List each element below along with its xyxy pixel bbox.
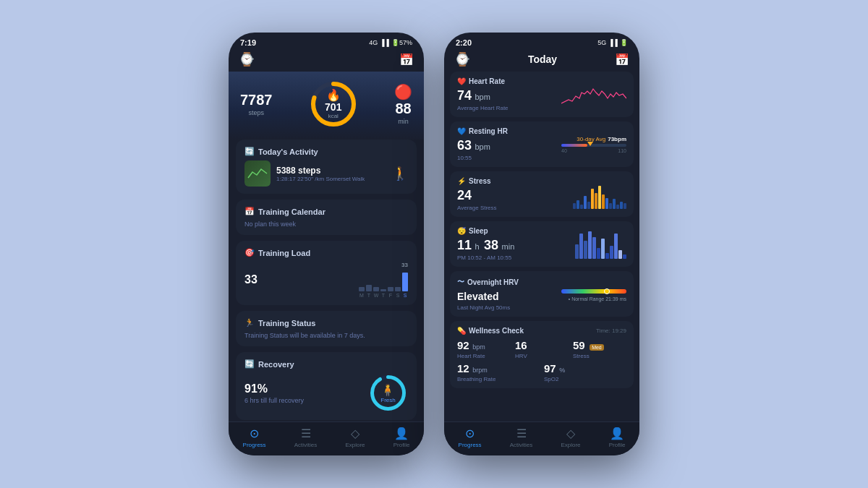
heart-rate-chart	[561, 78, 626, 111]
explore-icon-right: ◇	[566, 427, 575, 440]
sb14	[620, 202, 623, 209]
nav-activities-right[interactable]: ☰ Activities	[510, 427, 533, 448]
bar-7	[402, 273, 408, 291]
hrv-val-row: Elevated	[457, 290, 519, 303]
card-title-training-calendar: 📅 Training Calendar	[244, 207, 408, 216]
nav-progress-left[interactable]: ⊙ Progress	[243, 427, 266, 448]
progress-label-left: Progress	[243, 442, 266, 448]
steps-label: steps	[240, 109, 273, 116]
activity-title-text: Today's Activity	[258, 147, 318, 156]
card-heart-rate-right: ❤️ Heart Rate 74 bpm Average Heart Rate	[450, 72, 634, 117]
recovery-ring: 🧍 Fresh	[368, 373, 408, 413]
hrv-left: 〜 Overnight HRV Elevated Last Night Avg …	[457, 277, 519, 311]
label-s2: S	[402, 293, 408, 298]
resting-track	[561, 144, 626, 147]
right-cards-scroll[interactable]: ❤️ Heart Rate 74 bpm Average Heart Rate	[444, 72, 639, 421]
sb15	[624, 203, 626, 209]
stress-left: ⚡ Stress 24 Average Stress	[457, 177, 497, 211]
phones-container: 7:19 4G ▐▐ 🔋57% ⌚ 📅 7787 steps	[229, 33, 639, 455]
nav-profile-right[interactable]: 👤 Profile	[609, 427, 626, 448]
walk-icon: 🚶	[392, 166, 408, 181]
hrv-icon: 〜	[457, 277, 464, 287]
signal-icon-right: ▐▐	[608, 39, 618, 46]
resting-hr-title: 💙 Resting HR	[457, 127, 508, 135]
network-icon: 4G	[369, 39, 378, 46]
recovery-pct: 91%	[244, 382, 304, 395]
wellness-spo2-val-row: 97 %	[544, 362, 626, 375]
steps-value: 7787	[240, 92, 273, 108]
recovery-sub: 6 hrs till full recovery	[244, 397, 304, 404]
min-value: 🔴	[394, 83, 412, 100]
nav-profile-left[interactable]: 👤 Profile	[393, 427, 410, 448]
resting-max: 110	[618, 148, 626, 153]
recovery-icon: 🔄	[244, 359, 255, 369]
sb5	[587, 202, 590, 209]
sb11	[609, 203, 612, 209]
sb13	[616, 205, 619, 209]
wellness-br-val: 12	[457, 362, 469, 374]
sb10	[605, 198, 608, 209]
nav-explore-left[interactable]: ◇ Explore	[345, 427, 365, 448]
status-title-text: Training Status	[258, 319, 315, 328]
resting-avg-label: 30-day Avg 73bpm	[561, 136, 626, 142]
stress-badge: Med	[590, 344, 604, 351]
wellness-hrv-val-row: 16	[515, 339, 569, 352]
status-bar-left: 7:19 4G ▐▐ 🔋57%	[229, 33, 424, 50]
wellness-title-row: 💊 Wellness Check Time: 19:29	[457, 327, 626, 335]
cards-scroll-left[interactable]: 🔄 Today's Activity 5388 steps	[229, 140, 424, 421]
activity-details: 5388 steps 1:28:17 22'50" /km Somerset W…	[244, 160, 365, 187]
card-sleep: 😴 Sleep 11 h 38 min PM 10:52 - AM 10:55	[450, 221, 634, 267]
wellness-hrv-val: 16	[515, 339, 527, 351]
calendar-icon-right[interactable]: 📅	[615, 53, 629, 67]
wellness-spo2-unit: %	[559, 367, 565, 374]
load-chart: 33 M	[359, 262, 408, 298]
sleep-val-row: 11 h 38 min	[457, 238, 514, 253]
hrv-title-text: Overnight HRV	[467, 278, 519, 286]
sb3	[580, 205, 583, 209]
wellness-title-text: Wellness Check	[469, 327, 524, 335]
wellness-time: Time: 19:29	[596, 328, 626, 334]
stress-sub: Average Stress	[457, 205, 497, 211]
activity-row: 5388 steps 1:28:17 22'50" /km Somerset W…	[244, 160, 408, 187]
hero-section: 7787 steps 🔥 701 kcal	[229, 72, 424, 140]
explore-label-left: Explore	[345, 442, 365, 448]
heart-rate-sub: Average Heart Rate	[457, 105, 509, 111]
heart-rate-unit: bpm	[475, 93, 490, 101]
time-left: 7:19	[240, 38, 256, 47]
card-training-status: 🏃 Training Status Training Status will b…	[236, 311, 417, 346]
nav-progress-right[interactable]: ⊙ Progress	[459, 427, 482, 448]
calendar-icon-left[interactable]: 📅	[399, 53, 414, 67]
stress-title-text: Stress	[469, 177, 491, 185]
progress-icon-right: ⊙	[465, 427, 475, 440]
load-icon: 🎯	[244, 248, 255, 257]
card-wellness-check: 💊 Wellness Check Time: 19:29 92 bpm Hear…	[450, 321, 634, 388]
activities-icon-left: ☰	[301, 427, 311, 440]
wellness-stress-label: Stress	[573, 353, 626, 359]
wellness-title: 💊 Wellness Check	[457, 327, 524, 335]
resting-hr-val-row: 63 bpm	[457, 138, 508, 153]
hrv-range: • Normal Range 21:39 ms	[561, 296, 626, 301]
phone-left-screen: 7:19 4G ▐▐ 🔋57% ⌚ 📅 7787 steps	[229, 33, 424, 455]
hrv-dot: • Normal Range 21:39 ms	[569, 296, 626, 301]
resting-hr-title-text: Resting HR	[469, 127, 508, 135]
nav-activities-left[interactable]: ☰ Activities	[294, 427, 318, 448]
wellness-hrv: 16 HRV	[515, 339, 569, 359]
resting-min: 40	[561, 148, 567, 153]
sb12	[613, 199, 616, 209]
slb10	[614, 234, 618, 259]
top-nav-right: ⌚ Today 📅	[444, 50, 639, 72]
resting-triangle	[587, 142, 593, 146]
nav-explore-right[interactable]: ◇ Explore	[561, 427, 580, 448]
wellness-breathing: 12 brpm Breathing Rate	[457, 362, 540, 382]
resting-hr-value: 63	[457, 138, 472, 153]
resting-hr-icon: 💙	[457, 127, 466, 135]
hero-stats: 7787 steps 🔥 701 kcal	[240, 79, 412, 129]
slb8	[605, 253, 609, 259]
ring-inner: 🔥 701 kcal	[325, 90, 341, 119]
hrv-sub: Last Night Avg 50ms	[457, 304, 519, 311]
person-icon: 🧍	[380, 383, 395, 397]
sleep-sub: PM 10:52 - AM 10:55	[457, 254, 514, 261]
card-resting-hr: 💙 Resting HR 63 bpm 10:55 30-day Avg	[450, 121, 634, 167]
wellness-stress: 59 Med Stress	[573, 339, 626, 359]
wellness-br-label: Breathing Rate	[457, 376, 540, 382]
